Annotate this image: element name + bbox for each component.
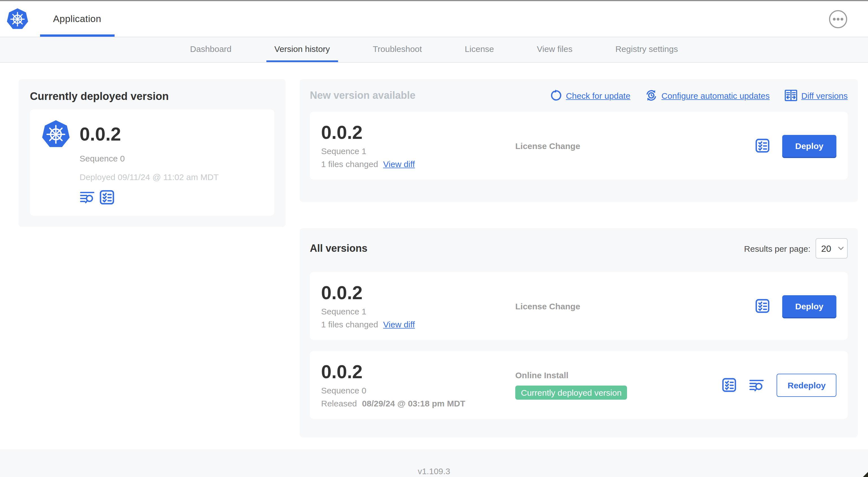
deploy-logs-button[interactable] (749, 377, 765, 393)
preflight-checks-button[interactable] (99, 190, 115, 205)
version-info: 0.0.2 Sequence 1 1 files changed View di… (321, 122, 515, 169)
preflight-checks-icon (755, 299, 770, 313)
tab-label: Troubleshoot (373, 44, 422, 54)
deploy-button[interactable]: Deploy (782, 295, 836, 317)
version-number: 0.0.2 (321, 362, 515, 383)
version-row: 0.0.2 Sequence 0 Released 08/29/24 @ 03:… (310, 351, 848, 419)
results-per-page-select[interactable]: 20 (815, 238, 848, 259)
all-versions-title: All versions (310, 242, 367, 254)
currently-deployed-title: Currently deployed version (30, 90, 274, 103)
tab-label: License (465, 44, 494, 54)
tab-registry-settings[interactable]: Registry settings (608, 37, 686, 62)
auto-update-clock-icon (645, 89, 657, 101)
tab-version-history[interactable]: Version history (267, 37, 338, 62)
version-history-content: New version available Check for update (300, 79, 858, 438)
version-sequence: Sequence 0 (321, 386, 515, 395)
version-source: License Change (515, 301, 755, 311)
configure-automatic-updates-link[interactable]: Configure automatic updates (645, 89, 770, 101)
deployed-actions (80, 190, 263, 205)
files-changed-label: 1 files changed (321, 159, 378, 169)
source-label: Online Install (515, 370, 722, 380)
currently-deployed-badge: Currently deployed version (515, 386, 627, 400)
files-changed-row: 1 files changed View diff (321, 159, 515, 169)
currently-deployed-panel: Currently deployed version (19, 79, 286, 227)
deployed-timestamp: Deployed 09/11/24 @ 11:02 am MDT (80, 172, 263, 182)
version-number: 0.0.2 (321, 122, 515, 143)
active-app-underline (40, 34, 114, 37)
tab-label: Version history (274, 44, 330, 54)
subnav: Dashboard Version history Troubleshoot L… (0, 37, 868, 63)
configure-automatic-updates-label: Configure automatic updates (661, 91, 770, 100)
app-footer: v1.109.3 (0, 449, 868, 477)
redeploy-button[interactable]: Redeploy (777, 374, 836, 396)
version-sequence: Sequence 1 (321, 306, 515, 316)
preflight-checks-icon (99, 190, 115, 205)
released-label: Released (321, 398, 357, 408)
version-info: 0.0.2 Sequence 0 Released 08/29/24 @ 03:… (321, 362, 515, 409)
tab-label: Registry settings (615, 44, 678, 54)
ellipsis-icon (829, 9, 848, 29)
deploy-logs-icon (749, 377, 765, 393)
tab-license[interactable]: License (457, 37, 502, 62)
version-actions: Deploy (755, 135, 836, 157)
version-row: 0.0.2 Sequence 1 1 files changed View di… (310, 272, 848, 340)
mouse-cursor-artifact (863, 472, 868, 477)
refresh-icon (550, 89, 562, 101)
app-manager-version: v1.109.3 (417, 466, 450, 476)
app-header: Application (0, 1, 868, 37)
preflight-checks-button[interactable] (722, 378, 737, 392)
version-actions: Redeploy (722, 374, 836, 396)
diff-icon (784, 89, 797, 101)
new-version-title: New version available (310, 89, 415, 101)
view-diff-link[interactable]: View diff (383, 320, 415, 329)
main-content: Currently deployed version (0, 63, 868, 449)
version-sequence: Sequence 1 (321, 146, 515, 156)
all-versions-panel: All versions Results per page: 20 (300, 228, 858, 438)
deploy-logs-icon (80, 190, 95, 205)
new-version-header: New version available Check for update (310, 89, 848, 101)
version-source: License Change (515, 141, 755, 150)
deploy-logs-button[interactable] (80, 190, 95, 205)
results-per-page: Results per page: 20 (744, 238, 848, 259)
deployed-version-number: 0.0.2 (80, 120, 263, 149)
deploy-button[interactable]: Deploy (782, 135, 836, 157)
currently-deployed-card: 0.0.2 Sequence 0 Deployed 09/11/24 @ 11:… (30, 110, 274, 216)
preflight-checks-icon (722, 378, 737, 392)
tab-dashboard[interactable]: Dashboard (182, 37, 240, 62)
new-version-card: 0.0.2 Sequence 1 1 files changed View di… (310, 112, 848, 180)
kubernetes-logo-icon (6, 8, 29, 30)
released-row: Released 08/29/24 @ 03:18 pm MDT (321, 398, 515, 408)
tab-label: Dashboard (190, 44, 232, 54)
preflight-checks-button[interactable] (755, 299, 770, 313)
diff-versions-label: Diff versions (801, 91, 848, 100)
app-window: Application Dashboard Version history Tr… (0, 0, 868, 477)
version-number: 0.0.2 (321, 283, 515, 303)
source-label: License Change (515, 141, 755, 150)
files-changed-label: 1 files changed (321, 320, 378, 329)
new-version-panel: New version available Check for update (300, 79, 858, 202)
tab-label: View files (537, 44, 572, 54)
version-actions: Deploy (755, 295, 836, 317)
check-for-update-label: Check for update (566, 91, 630, 100)
app-title: Application (53, 13, 101, 25)
tab-troubleshoot[interactable]: Troubleshoot (365, 37, 430, 62)
source-label: License Change (515, 301, 755, 311)
diff-versions-link[interactable]: Diff versions (784, 89, 848, 101)
results-per-page-label: Results per page: (744, 244, 810, 253)
all-versions-header: All versions Results per page: 20 (310, 238, 848, 259)
ellipsis-menu-button[interactable] (829, 9, 848, 29)
preflight-checks-button[interactable] (755, 138, 770, 153)
tab-view-files[interactable]: View files (529, 37, 581, 62)
released-timestamp: 08/29/24 @ 03:18 pm MDT (362, 398, 465, 408)
version-info: 0.0.2 Sequence 1 1 files changed View di… (321, 283, 515, 329)
app-title-tab[interactable]: Application (53, 1, 101, 37)
files-changed-row: 1 files changed View diff (321, 320, 515, 329)
deployed-sequence: Sequence 0 (80, 153, 263, 163)
kubernetes-logo-icon (41, 120, 70, 149)
check-for-update-link[interactable]: Check for update (550, 89, 630, 101)
preflight-checks-icon (755, 138, 770, 153)
version-actions-links: Check for update (550, 89, 848, 101)
version-source: Online Install Currently deployed versio… (515, 370, 722, 400)
view-diff-link[interactable]: View diff (383, 159, 415, 169)
